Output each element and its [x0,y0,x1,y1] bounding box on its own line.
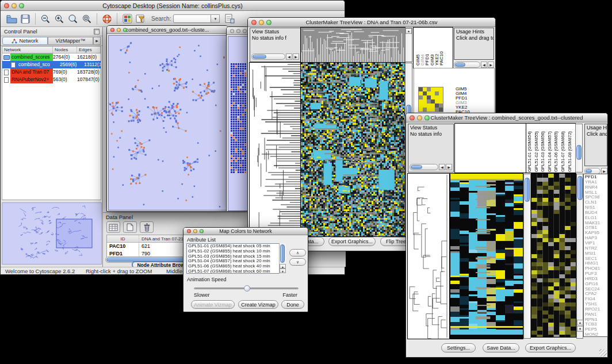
resize-grip[interactable] [599,349,607,357]
tabs-overflow-arrow-icon[interactable] [93,37,101,45]
column-label[interactable]: GPL51-07 (GSM868) [561,124,568,172]
zoom-button[interactable] [19,3,24,8]
animation-speed-slider[interactable] [194,288,299,289]
scrollbar-thumb[interactable] [253,55,266,59]
tab-vizmapper[interactable]: VizMapper™ [48,37,93,45]
col-id[interactable]: ID [107,235,139,242]
close-button[interactable] [4,3,9,8]
search-field[interactable] [173,14,211,23]
scrollbar-thumb[interactable] [411,165,422,169]
network-row[interactable]: DNA and Tran 07 769(0) 183728(0) [2,68,101,76]
create-vizmap-button[interactable]: Create Vizmap [238,300,278,309]
network-overview-panel[interactable] [2,202,102,265]
scroll-right-icon[interactable] [446,164,452,170]
window-controls[interactable] [230,29,247,33]
scroll-right-icon[interactable] [293,53,299,60]
scroll-left-icon[interactable] [439,164,445,170]
new-attribute-icon[interactable] [123,221,137,233]
vscrollbar-thumb[interactable] [577,176,583,200]
treeview-dna-title-bar[interactable]: ClusterMaker TreeView : DNA and Tran 07-… [248,18,495,27]
vscrollbar-thumb[interactable] [525,178,530,202]
labels-vscrollbar[interactable] [575,124,583,173]
zoom-selected-icon[interactable] [80,13,94,25]
scroll-down-icon[interactable] [280,269,286,273]
zoom-out-icon[interactable] [39,13,52,25]
list-vscrollbar[interactable] [279,243,286,274]
search-dropdown-arrow-icon[interactable] [211,14,220,23]
dialog-title-bar[interactable]: Map Colors to Network [183,228,308,235]
background-window-title-bar[interactable] [227,27,248,35]
scrollbar-thumb[interactable] [455,63,465,67]
window-controls[interactable] [410,115,430,120]
window-controls[interactable] [251,20,271,25]
column-dendrogram[interactable] [301,28,405,62]
network-birdseye-view[interactable] [2,203,101,264]
global-heatmap[interactable] [301,63,405,236]
view-status-scrollbar[interactable] [410,163,452,171]
gene-label[interactable]: MON2 [585,332,606,337]
column-dendrogram-area[interactable] [455,124,526,173]
select-attributes-icon[interactable] [106,221,120,233]
move-down-button[interactable]: ∨ [289,258,306,266]
vscrollbar-thumb[interactable] [576,145,582,160]
save-icon[interactable] [18,13,32,25]
network-row[interactable]: combined_scores 2764(0) 16218(0) [2,53,101,61]
col-edges[interactable]: Edges [77,47,101,53]
open-file-icon[interactable] [5,13,18,25]
column-label[interactable]: PAC10 [439,29,444,66]
view-status-scrollbar[interactable] [251,53,299,60]
scroll-down-icon[interactable] [577,326,583,332]
column-label[interactable]: GPL51-01 (GSM854) [527,124,534,172]
float-panel-icon[interactable] [94,29,100,35]
vizmapper-icon[interactable] [120,13,134,25]
row-dendrogram[interactable] [408,174,449,339]
delete-attribute-trash-icon[interactable] [140,221,154,233]
col-nodes[interactable]: Nodes [53,47,77,53]
scroll-up-icon[interactable] [577,320,583,325]
dense-network-canvas[interactable] [228,37,248,210]
zoom-in-icon[interactable] [52,13,66,25]
row-dendrogram[interactable] [250,63,301,236]
scroll-right-icon[interactable] [488,62,494,68]
scroll-left-icon[interactable] [286,53,292,60]
zoom-fit-icon[interactable] [66,13,80,25]
zoom-heatmap[interactable] [531,174,576,337]
minimize-button[interactable] [12,3,17,8]
col-network[interactable]: Network [2,47,53,53]
done-button[interactable]: Done [281,300,304,309]
save-data-button[interactable]: Save Data... [483,343,519,352]
animate-vizmap-button[interactable]: Animate Vizmap [191,300,235,309]
scroll-left-icon[interactable] [481,62,487,68]
settings-button[interactable]: Settings... [441,343,476,352]
window-controls[interactable] [187,229,204,233]
export-graphics-button[interactable]: Export Graphics... [525,343,576,352]
window-controls[interactable] [4,3,24,8]
filter-annotation-icon[interactable] [134,13,148,25]
scroll-up-icon[interactable] [406,28,412,34]
move-up-button[interactable]: ∧ [289,249,306,256]
slider-thumb[interactable] [244,285,250,292]
tab-network[interactable]: Network [2,37,48,45]
network-row[interactable]: RNAPuberNov2+ 563(0) 107847(0) [2,76,101,83]
help-lifering-icon[interactable] [100,13,114,25]
global-heatmap[interactable] [450,174,523,339]
top-scroll-strip[interactable] [405,28,412,62]
network-graph-canvas[interactable] [109,36,226,210]
export-graphics-button[interactable]: Export Graphics... [328,237,376,246]
correlation-matrix-heatmap[interactable] [419,87,443,112]
attribute-list-item[interactable]: GPL51-07 (GSM868) heat shock 60 min [188,269,285,274]
column-label[interactable]: GPL51-08 (GSM872) [568,124,575,172]
search-input[interactable] [173,14,220,23]
import-table-icon[interactable] [223,13,236,25]
gene-list-vscrollbar[interactable] [576,174,583,339]
window-controls[interactable] [110,28,127,32]
main-title-bar[interactable]: Cytoscape Desktop (Session Name: collins… [1,1,345,11]
treeview-combined-title-bar[interactable]: ClusterMaker TreeView : combined_scores_… [406,113,607,122]
heatmap-vscrollbar[interactable] [523,174,531,339]
network-list-header[interactable]: NetworkNodesEdges [2,47,101,53]
network-row[interactable]: combined_sco 2569(6) 13112(15) [2,61,101,68]
network-view-title-bar[interactable]: combined_scores_good.txt--cluste... [107,26,228,34]
vscrollbar-thumb[interactable] [280,244,285,263]
scroll-up-icon[interactable] [280,264,286,269]
scrollbar-thumb[interactable] [586,169,592,173]
